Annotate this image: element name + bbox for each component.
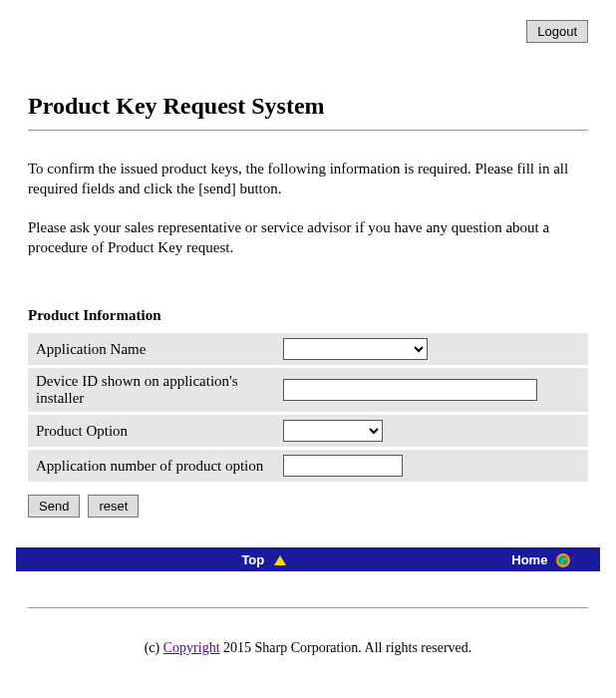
field-label: Product Option bbox=[28, 415, 275, 447]
footer-suffix: 2015 Sharp Corporation. All rights reser… bbox=[220, 640, 472, 655]
footer-prefix: (c) bbox=[145, 640, 163, 655]
section-title: Product Information bbox=[28, 307, 588, 324]
intro-paragraph-2: Please ask your sales representative or … bbox=[28, 217, 588, 258]
logout-button[interactable]: Logout bbox=[526, 20, 588, 43]
top-link[interactable]: Top bbox=[241, 552, 264, 567]
home-link[interactable]: Home bbox=[511, 552, 547, 567]
application-name-select[interactable] bbox=[283, 338, 428, 360]
field-label: Device ID shown on application's install… bbox=[28, 368, 275, 412]
send-button[interactable]: Send bbox=[28, 495, 80, 518]
nav-bar: Top Home bbox=[16, 547, 600, 571]
home-link-label: Home bbox=[511, 552, 547, 567]
footer: (c) Copyright 2015 Sharp Corporation. Al… bbox=[28, 607, 588, 656]
triangle-up-icon bbox=[274, 555, 286, 565]
home-icon bbox=[556, 553, 570, 567]
field-label: Application Name bbox=[28, 333, 275, 365]
product-info-table: Application Name Device ID shown on appl… bbox=[28, 330, 588, 485]
table-row: Product Option bbox=[28, 415, 588, 447]
table-row: Application Name bbox=[28, 333, 588, 365]
reset-button[interactable]: reset bbox=[88, 495, 139, 518]
application-number-input[interactable] bbox=[283, 455, 403, 477]
copyright-link[interactable]: Copyright bbox=[163, 640, 220, 655]
product-option-select[interactable] bbox=[283, 420, 383, 442]
device-id-input[interactable] bbox=[283, 379, 537, 401]
top-link-label: Top bbox=[241, 552, 264, 567]
divider bbox=[28, 607, 588, 608]
table-row: Application number of product option bbox=[28, 450, 588, 482]
field-label: Application number of product option bbox=[28, 450, 275, 482]
intro-paragraph-1: To confirm the issued product keys, the … bbox=[28, 159, 588, 199]
table-row: Device ID shown on application's install… bbox=[28, 368, 588, 412]
divider bbox=[28, 130, 588, 131]
page-title: Product Key Request System bbox=[28, 93, 588, 120]
